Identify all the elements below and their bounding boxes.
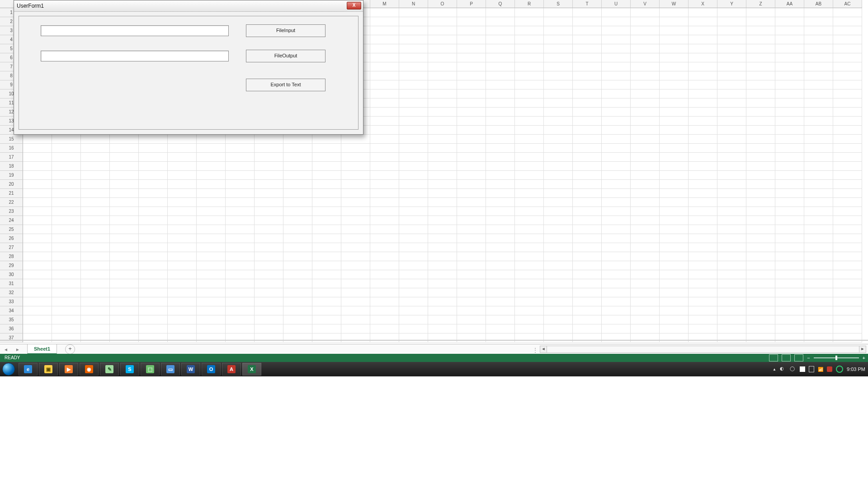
cell[interactable]	[370, 288, 399, 297]
cell[interactable]	[370, 306, 399, 315]
cell[interactable]	[283, 324, 312, 333]
cell[interactable]	[689, 180, 717, 189]
cell[interactable]	[602, 71, 631, 80]
cell[interactable]	[804, 216, 833, 225]
cell[interactable]	[457, 171, 486, 180]
cell[interactable]	[139, 153, 168, 162]
cell[interactable]	[631, 279, 660, 288]
cell[interactable]	[168, 261, 197, 270]
row-header[interactable]: 15	[0, 135, 23, 144]
cell[interactable]	[631, 62, 660, 71]
taskbar-item-explorer[interactable]: ▣	[39, 363, 58, 375]
cell[interactable]	[689, 234, 717, 243]
cell[interactable]	[515, 126, 544, 135]
cell[interactable]	[631, 153, 660, 162]
cell[interactable]	[602, 17, 631, 26]
cell[interactable]	[81, 207, 110, 216]
cell[interactable]	[139, 261, 168, 270]
cell[interactable]	[52, 324, 81, 333]
cell[interactable]	[110, 324, 139, 333]
cell[interactable]	[717, 297, 746, 306]
cell[interactable]	[341, 234, 370, 243]
cell[interactable]	[110, 144, 139, 153]
cell[interactable]	[775, 35, 804, 44]
cell[interactable]	[168, 225, 197, 234]
cell[interactable]	[573, 135, 602, 144]
cell[interactable]	[428, 216, 457, 225]
cell[interactable]	[23, 306, 52, 315]
cell[interactable]	[717, 117, 746, 126]
cell[interactable]	[81, 261, 110, 270]
cell[interactable]	[717, 225, 746, 234]
cell[interactable]	[775, 26, 804, 35]
cell[interactable]	[573, 297, 602, 306]
cell[interactable]	[139, 243, 168, 252]
cell[interactable]	[775, 261, 804, 270]
cell[interactable]	[23, 189, 52, 198]
cell[interactable]	[81, 216, 110, 225]
cell[interactable]	[110, 333, 139, 343]
cell[interactable]	[775, 252, 804, 261]
taskbar-item-outlook[interactable]: O	[202, 363, 221, 375]
cell[interactable]	[746, 261, 775, 270]
cell[interactable]	[23, 171, 52, 180]
cell[interactable]	[602, 261, 631, 270]
cell[interactable]	[341, 324, 370, 333]
cell[interactable]	[631, 171, 660, 180]
cell[interactable]	[486, 117, 515, 126]
cell[interactable]	[486, 162, 515, 171]
cell[interactable]	[746, 53, 775, 62]
cell[interactable]	[804, 315, 833, 324]
cell[interactable]	[804, 80, 833, 89]
row-header[interactable]: 33	[0, 297, 23, 306]
cell[interactable]	[689, 216, 717, 225]
cell[interactable]	[804, 53, 833, 62]
cell[interactable]	[804, 144, 833, 153]
cell[interactable]	[775, 270, 804, 279]
cell[interactable]	[370, 80, 399, 89]
cell[interactable]	[457, 35, 486, 44]
cell[interactable]	[660, 189, 689, 198]
cell[interactable]	[81, 297, 110, 306]
cell[interactable]	[457, 270, 486, 279]
cell[interactable]	[255, 171, 283, 180]
cell[interactable]	[139, 162, 168, 171]
cell[interactable]	[833, 207, 862, 216]
cell[interactable]	[283, 144, 312, 153]
cell[interactable]	[515, 108, 544, 117]
cell[interactable]	[52, 180, 81, 189]
cell[interactable]	[399, 189, 428, 198]
cell[interactable]	[23, 315, 52, 324]
cell[interactable]	[833, 71, 862, 80]
cell[interactable]	[717, 180, 746, 189]
cell[interactable]	[602, 26, 631, 35]
cell[interactable]	[573, 117, 602, 126]
cell[interactable]	[631, 207, 660, 216]
cell[interactable]	[602, 153, 631, 162]
cell[interactable]	[110, 180, 139, 189]
cell[interactable]	[399, 89, 428, 99]
cell[interactable]	[804, 252, 833, 261]
cell[interactable]	[515, 17, 544, 26]
cell[interactable]	[428, 306, 457, 315]
cell[interactable]	[833, 315, 862, 324]
cell[interactable]	[341, 279, 370, 288]
cell[interactable]	[717, 324, 746, 333]
cell[interactable]	[717, 234, 746, 243]
cell[interactable]	[399, 171, 428, 180]
cell[interactable]	[255, 180, 283, 189]
cell[interactable]	[312, 225, 341, 234]
cell[interactable]	[255, 216, 283, 225]
cell[interactable]	[168, 288, 197, 297]
cell[interactable]	[457, 162, 486, 171]
cell[interactable]	[283, 261, 312, 270]
column-header[interactable]: M	[370, 0, 399, 8]
row-header[interactable]: 34	[0, 306, 23, 315]
cell[interactable]	[486, 180, 515, 189]
cell[interactable]	[399, 243, 428, 252]
cell[interactable]	[775, 135, 804, 144]
cell[interactable]	[52, 162, 81, 171]
cell[interactable]	[457, 279, 486, 288]
cell[interactable]	[515, 315, 544, 324]
cell[interactable]	[428, 252, 457, 261]
